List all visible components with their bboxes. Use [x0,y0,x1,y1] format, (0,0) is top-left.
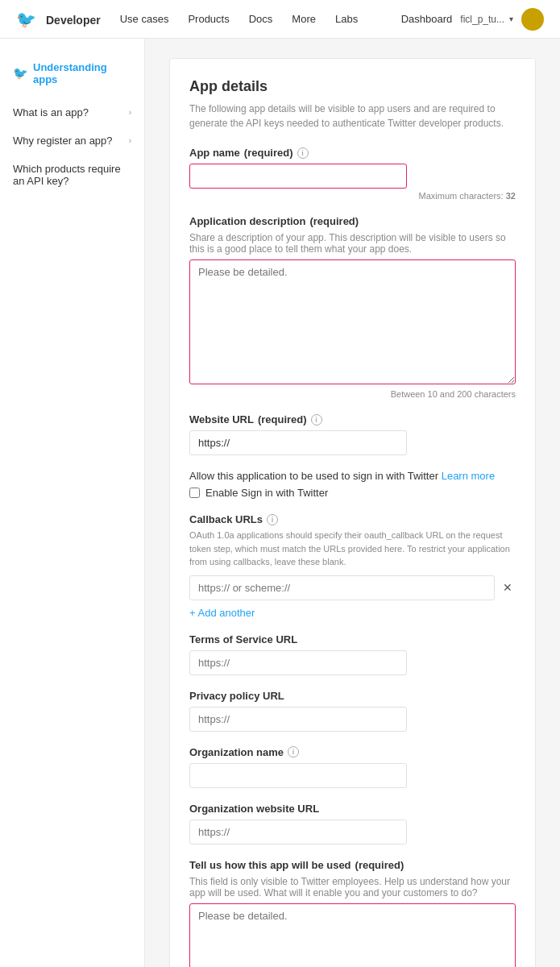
app-description-textarea[interactable] [189,259,516,384]
callback-urls-section: Callback URLs i OAuth 1.0a applications … [189,513,516,619]
callback-info-icon[interactable]: i [267,514,278,525]
sidebar-twitter-icon: 🐦 [13,66,28,81]
sign-in-section: Allow this application to be used to sig… [189,470,516,499]
brand-label: Developer [46,1,110,39]
tell-us-help: This field is only visible to Twitter em… [189,876,516,899]
nav-more[interactable]: More [282,1,326,39]
app-description-meta: Between 10 and 200 characters [189,389,516,399]
nav-docs[interactable]: Docs [239,1,283,39]
sidebar: 🐦 Understanding apps What is an app? › W… [0,39,145,967]
sidebar-header: 🐦 Understanding apps [0,55,144,98]
navbar: 🐦 Developer Use cases Products Docs More… [0,0,560,39]
org-website-field: Organization website URL [189,803,516,845]
app-name-label: App name (required) i [189,147,516,159]
callback-clear-button[interactable]: ✕ [500,578,516,597]
sign-in-checkbox-label: Enable Sign in with Twitter [205,487,328,499]
org-name-input[interactable] [189,763,407,788]
callback-urls-label: Callback URLs i [189,513,516,525]
privacy-url-input[interactable] [189,707,407,732]
learn-more-link[interactable]: Learn more [442,470,495,482]
org-website-label: Organization website URL [189,803,516,815]
org-name-info-icon[interactable]: i [288,746,299,757]
callback-url-input[interactable] [189,575,495,600]
callback-input-row: ✕ [189,575,516,600]
org-name-field: Organization name i [189,746,516,788]
sign-in-label: Allow this application to be used to sig… [189,470,438,482]
privacy-url-field: Privacy policy URL [189,690,516,732]
chevron-icon: › [129,136,131,145]
app-description-label: Application description (required) [189,215,516,227]
add-another-button[interactable]: + Add another [189,607,255,619]
app-name-input[interactable] [189,164,407,189]
sidebar-item-why-register[interactable]: Why register an app? › [0,127,144,155]
chevron-down-icon: ▾ [509,15,513,23]
terms-url-label: Terms of Service URL [189,633,516,645]
nav-links: Use cases Products Docs More Labs [110,0,367,38]
form-card: App details The following app details wi… [169,58,536,967]
nav-products[interactable]: Products [178,1,239,39]
app-name-info-icon[interactable]: i [297,147,309,159]
chevron-icon: › [129,108,131,117]
nav-use-cases[interactable]: Use cases [110,1,179,39]
app-name-meta: Maximum characters: 32 [189,191,516,201]
org-website-input[interactable] [189,820,407,845]
app-description-field: Application description (required) Share… [189,215,516,399]
app-description-help: Share a description of your app. This de… [189,232,516,255]
sign-in-checkbox[interactable] [189,488,200,498]
avatar[interactable] [521,8,544,31]
sidebar-header-label: Understanding apps [33,61,131,85]
user-menu[interactable]: ficl_p_tu... ▾ [460,14,513,25]
terms-url-field: Terms of Service URL [189,633,516,675]
sign-in-checkbox-row: Enable Sign in with Twitter [189,487,516,499]
form-title: App details [189,78,516,95]
app-name-field: App name (required) i Maximum characters… [189,147,516,201]
tell-us-textarea[interactable] [189,903,516,968]
sidebar-item-label: Why register an app? [13,135,113,147]
website-url-info-icon[interactable]: i [311,414,322,425]
page-container: 🐦 Understanding apps What is an app? › W… [0,39,560,967]
twitter-logo-icon: 🐦 [16,10,36,29]
terms-url-input[interactable] [189,650,407,675]
sidebar-item-what-is-app[interactable]: What is an app? › [0,98,144,127]
org-name-label: Organization name i [189,746,516,758]
form-subtitle: The following app details will be visibl… [189,102,516,131]
website-url-field: Website URL (required) i [189,413,516,455]
sidebar-item-label: Which products require an API key? [13,163,131,187]
sidebar-item-label: What is an app? [13,106,89,118]
privacy-url-label: Privacy policy URL [189,690,516,702]
main-content: App details The following app details wi… [145,39,560,967]
tell-us-label: Tell us how this app will be used (requi… [189,859,516,871]
navbar-right: Dashboard ficl_p_tu... ▾ [401,8,544,31]
username-display: ficl_p_tu... [460,14,504,25]
sidebar-item-which-products[interactable]: Which products require an API key? [0,155,144,195]
dashboard-link[interactable]: Dashboard [401,13,453,25]
nav-labs[interactable]: Labs [326,1,367,39]
tell-us-field: Tell us how this app will be used (requi… [189,859,516,968]
website-url-label: Website URL (required) i [189,413,516,425]
callback-desc: OAuth 1.0a applications should specify t… [189,529,516,569]
website-url-input[interactable] [189,430,407,455]
